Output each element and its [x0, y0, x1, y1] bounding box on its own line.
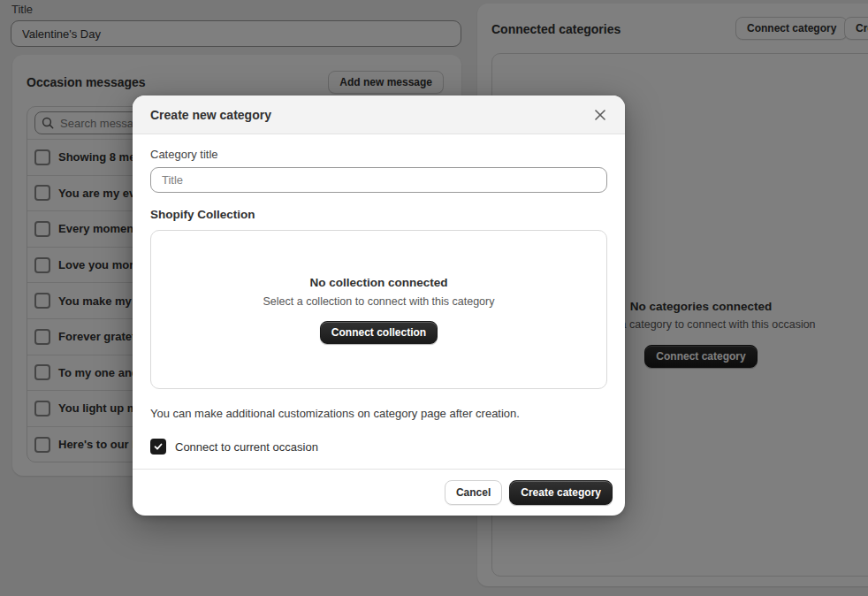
shopify-collection-section-title: Shopify Collection — [150, 208, 607, 221]
cancel-button[interactable]: Cancel — [445, 480, 502, 505]
category-title-input[interactable] — [150, 167, 607, 193]
no-collection-subtitle: Select a collection to connect with this… — [263, 295, 495, 308]
collection-empty-state: No collection connected Select a collect… — [150, 230, 607, 389]
category-title-label: Category title — [150, 148, 607, 161]
close-icon[interactable] — [593, 108, 607, 122]
modal-note: You can make additional customizations o… — [150, 407, 607, 420]
modal-body: Category title Shopify Collection No col… — [133, 134, 625, 455]
create-category-submit-button[interactable]: Create category — [509, 480, 613, 505]
modal-header: Create new category — [133, 96, 625, 134]
connect-collection-button[interactable]: Connect collection — [320, 321, 438, 344]
modal-title: Create new category — [150, 108, 271, 122]
no-collection-title: No collection connected — [309, 276, 447, 289]
create-category-modal: Create new category Category title Shopi… — [133, 96, 625, 516]
connect-occasion-checkbox[interactable] — [150, 439, 166, 455]
connect-occasion-checkbox-label: Connect to current occasion — [175, 440, 318, 454]
connect-occasion-checkbox-row[interactable]: Connect to current occasion — [150, 439, 607, 455]
modal-footer: Cancel Create category — [133, 469, 625, 516]
